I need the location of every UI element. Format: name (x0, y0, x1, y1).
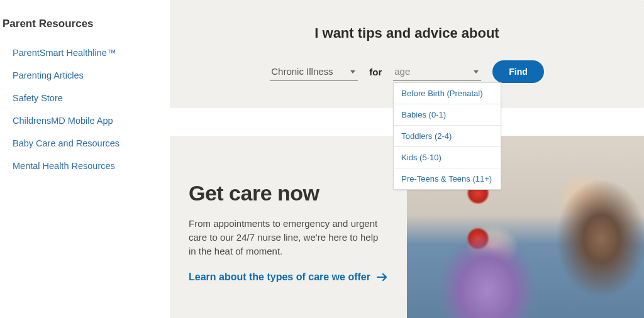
sidebar-item[interactable]: Safety Store (3, 87, 170, 109)
for-label: for (369, 67, 382, 77)
care-title: Get care now (189, 181, 388, 206)
age-select[interactable]: age (393, 62, 481, 81)
sidebar-item[interactable]: ChildrensMD Mobile App (3, 109, 170, 132)
sidebar-item[interactable]: Mental Health Resources (3, 155, 170, 177)
age-option-teens[interactable]: Pre-Teens & Teens (11+) (394, 168, 501, 189)
age-option-babies[interactable]: Babies (0-1) (394, 104, 501, 126)
sidebar-link-baby-care[interactable]: Baby Care and Resources (13, 138, 119, 148)
chevron-down-icon (474, 70, 479, 74)
sidebar-item[interactable]: Parenting Articles (3, 64, 170, 87)
find-button[interactable]: Find (492, 60, 544, 83)
tips-form: Chronic Illness for age Before Birth (Pr… (270, 60, 544, 83)
arrow-right-icon (377, 273, 388, 282)
age-option-kids[interactable]: Kids (5-10) (394, 147, 501, 168)
care-body: From appointments to emergency and urgen… (189, 217, 388, 258)
topic-select-value: Chronic Illness (271, 66, 333, 77)
sidebar-link-safety-store[interactable]: Safety Store (13, 93, 63, 103)
sidebar-item[interactable]: Baby Care and Resources (3, 132, 170, 155)
sidebar: Parent Resources ParentSmart Healthline™… (0, 0, 170, 318)
chevron-down-icon (350, 70, 355, 74)
sidebar-item[interactable]: ParentSmart Healthline™ (3, 41, 170, 64)
sidebar-list: ParentSmart Healthline™ Parenting Articl… (3, 41, 170, 177)
age-option-prenatal[interactable]: Before Birth (Prenatal) (394, 83, 501, 104)
topic-select[interactable]: Chronic Illness (270, 62, 358, 81)
sidebar-link-mobile-app[interactable]: ChildrensMD Mobile App (13, 116, 113, 126)
care-link[interactable]: Learn about the types of care we offer (189, 271, 388, 283)
care-text-column: Get care now From appointments to emerge… (170, 136, 407, 318)
tips-heading: I want tips and advice about (189, 25, 625, 41)
main-content: I want tips and advice about Chronic Ill… (170, 0, 644, 318)
tips-panel: I want tips and advice about Chronic Ill… (170, 0, 644, 108)
sidebar-heading: Parent Resources (3, 18, 170, 30)
age-dropdown-menu: Before Birth (Prenatal) Babies (0-1) Tod… (393, 82, 501, 190)
sidebar-link-articles[interactable]: Parenting Articles (13, 70, 84, 80)
sidebar-link-healthline[interactable]: ParentSmart Healthline™ (13, 48, 116, 58)
care-link-text: Learn about the types of care we offer (189, 271, 370, 283)
sidebar-link-mental-health[interactable]: Mental Health Resources (13, 161, 115, 171)
age-option-toddlers[interactable]: Toddlers (2-4) (394, 126, 501, 147)
age-select-placeholder: age (394, 66, 410, 77)
